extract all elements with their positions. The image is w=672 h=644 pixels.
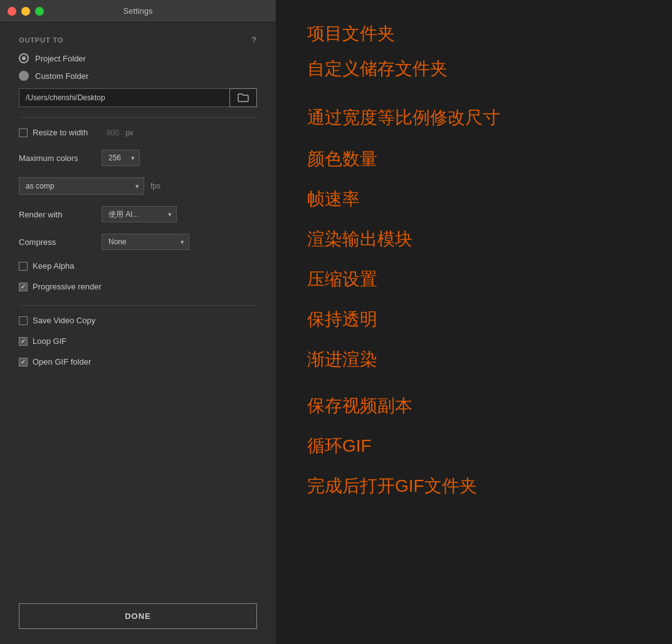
traffic-lights bbox=[8, 7, 44, 16]
loop-gif-row[interactable]: Loop GIF bbox=[19, 336, 257, 346]
annotation-progressive-render: 渐进渲染 bbox=[307, 351, 641, 368]
fps-row: as comp 12 15 24 25 29.97 30 fps bbox=[19, 177, 257, 195]
divider-2 bbox=[19, 305, 257, 306]
max-colors-row: Maximum colors 256 128 64 32 16 8 4 2 bbox=[19, 150, 257, 166]
max-colors-dropdown[interactable]: 256 128 64 32 16 8 4 2 bbox=[102, 150, 140, 166]
annotation-max-colors: 颜色数量 bbox=[307, 150, 641, 168]
max-colors-dropdown-wrapper: 256 128 64 32 16 8 4 2 bbox=[102, 150, 140, 166]
help-icon[interactable]: ? bbox=[251, 35, 257, 44]
annotation-open-gif-folder: 完成后打开GIF文件夹 bbox=[307, 477, 641, 495]
project-folder-label: Project Folder bbox=[35, 54, 86, 63]
open-gif-folder-checkbox[interactable] bbox=[19, 358, 28, 366]
save-video-copy-row[interactable]: Save Video Copy bbox=[19, 316, 257, 325]
render-with-dropdown[interactable]: 使用 Al... Aerender bbox=[102, 206, 177, 222]
maximize-button[interactable] bbox=[35, 7, 44, 16]
close-button[interactable] bbox=[8, 7, 16, 16]
resize-label: Resize to width bbox=[33, 128, 88, 137]
save-video-copy-checkbox[interactable] bbox=[19, 316, 28, 325]
open-gif-folder-label: Open GIF folder bbox=[33, 357, 91, 366]
loop-gif-label: Loop GIF bbox=[33, 336, 66, 346]
progressive-render-label: Progressive render bbox=[33, 282, 102, 291]
custom-folder-radio-button[interactable] bbox=[19, 71, 29, 81]
annotation-custom-folder: 自定义储存文件夹 bbox=[307, 60, 641, 78]
resize-value-input[interactable] bbox=[94, 128, 119, 137]
progressive-render-checkbox[interactable] bbox=[19, 283, 28, 291]
done-button[interactable]: DONE bbox=[19, 603, 257, 629]
resize-checkbox[interactable] bbox=[19, 128, 28, 137]
keep-alpha-label: Keep Alpha bbox=[33, 261, 75, 271]
annotation-render-with: 渲染输出模块 bbox=[307, 231, 641, 248]
resize-row: Resize to width px bbox=[19, 128, 257, 137]
annotation-project-folder: 项目文件夹 bbox=[307, 25, 641, 43]
fps-dropdown-wrapper: as comp 12 15 24 25 29.97 30 bbox=[19, 177, 144, 195]
compress-label: Compress bbox=[19, 237, 94, 247]
done-section: DONE bbox=[0, 603, 276, 644]
output-to-section: OUTPUT TO ? bbox=[19, 35, 257, 44]
compress-dropdown-wrapper: None LZW Deflate bbox=[102, 234, 189, 250]
fps-dropdown[interactable]: as comp 12 15 24 25 29.97 30 bbox=[19, 177, 144, 195]
annotation-save-video-copy: 保存视频副本 bbox=[307, 397, 641, 415]
folder-browse-button[interactable] bbox=[229, 88, 257, 107]
annotation-compress: 压缩设置 bbox=[307, 271, 641, 288]
window-title: Settings bbox=[123, 6, 153, 16]
annotation-loop-gif: 循环GIF bbox=[307, 437, 641, 455]
custom-folder-radio[interactable]: Custom Folder bbox=[19, 71, 257, 81]
minimize-button[interactable] bbox=[21, 7, 30, 16]
compress-dropdown[interactable]: None LZW Deflate bbox=[102, 234, 189, 250]
resize-checkbox-label[interactable]: Resize to width bbox=[19, 128, 88, 137]
annotation-resize: 通过宽度等比例修改尺寸 bbox=[307, 109, 641, 127]
resize-unit: px bbox=[125, 128, 134, 137]
folder-path-row bbox=[19, 88, 257, 107]
title-bar: Settings bbox=[0, 0, 276, 23]
keep-alpha-row[interactable]: Keep Alpha bbox=[19, 261, 257, 271]
render-with-label: Render with bbox=[19, 210, 94, 219]
annotation-keep-alpha: 保持透明 bbox=[307, 311, 641, 328]
right-panel: 项目文件夹 自定义储存文件夹 通过宽度等比例修改尺寸 颜色数量 帧速率 渲染输出… bbox=[276, 0, 672, 644]
max-colors-label: Maximum colors bbox=[19, 153, 94, 163]
save-video-copy-label: Save Video Copy bbox=[33, 316, 95, 325]
progressive-render-row[interactable]: Progressive render bbox=[19, 282, 257, 291]
compress-row: Compress None LZW Deflate bbox=[19, 234, 257, 250]
folder-path-input[interactable] bbox=[19, 88, 229, 107]
loop-gif-checkbox[interactable] bbox=[19, 337, 28, 346]
keep-alpha-checkbox[interactable] bbox=[19, 262, 28, 271]
settings-content: OUTPUT TO ? Project Folder Custom Folder bbox=[0, 23, 276, 603]
project-folder-radio-button[interactable] bbox=[19, 53, 29, 63]
output-to-label: OUTPUT TO bbox=[19, 36, 63, 44]
open-gif-folder-row[interactable]: Open GIF folder bbox=[19, 357, 257, 366]
project-folder-radio[interactable]: Project Folder bbox=[19, 53, 257, 63]
fps-unit: fps bbox=[150, 182, 160, 190]
annotation-fps: 帧速率 bbox=[307, 190, 641, 208]
custom-folder-label: Custom Folder bbox=[35, 71, 88, 81]
left-panel: Settings OUTPUT TO ? Project Folder Cust… bbox=[0, 0, 276, 644]
divider-1 bbox=[19, 117, 257, 118]
render-with-row: Render with 使用 Al... Aerender bbox=[19, 206, 257, 222]
render-with-dropdown-wrapper: 使用 Al... Aerender bbox=[102, 206, 177, 222]
